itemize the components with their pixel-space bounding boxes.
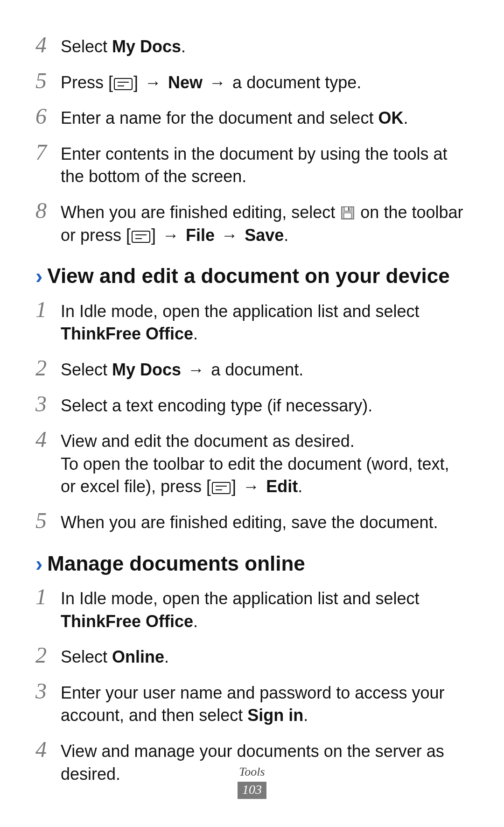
step-item: 2Select Online. [35, 643, 467, 669]
step-item: 4Select My Docs. [35, 33, 467, 58]
svg-rect-10 [212, 482, 230, 494]
section-title: View and edit a document on your device [47, 264, 449, 288]
step-item: 5Press [] → New → a document type. [35, 69, 467, 94]
step-text: Select My Docs. [61, 33, 467, 58]
step-item: 1In Idle mode, open the application list… [35, 297, 467, 346]
step-text: In Idle mode, open the application list … [61, 297, 467, 346]
step-number: 1 [35, 297, 61, 321]
step-number: 3 [35, 679, 61, 702]
view-edit-steps-list: 1In Idle mode, open the application list… [35, 297, 467, 534]
step-item: 4View and edit the document as desired.T… [35, 427, 467, 498]
page-number-badge: 103 [238, 782, 266, 799]
step-number: 5 [35, 509, 61, 532]
step-text: Enter contents in the document by using … [61, 140, 467, 188]
step-number: 8 [35, 198, 61, 222]
step-number: 7 [35, 140, 61, 163]
menu-icon [114, 78, 133, 90]
step-text: Enter a name for the document and select… [61, 104, 467, 130]
section-heading-view-edit: › View and edit a document on your devic… [35, 264, 467, 288]
step-item: 2Select My Docs → a document. [35, 356, 467, 382]
step-text: Press [] → New → a document type. [61, 69, 467, 94]
step-number: 4 [35, 427, 61, 451]
svg-rect-4 [344, 207, 351, 211]
step-item: 3Enter your user name and password to ac… [35, 679, 467, 727]
save-icon [341, 206, 355, 220]
svg-rect-7 [132, 231, 150, 242]
svg-rect-0 [114, 78, 132, 90]
section-title: Manage documents online [47, 552, 305, 576]
step-item: 3Select a text encoding type (if necessa… [35, 392, 467, 417]
footer-section-label: Tools [0, 765, 504, 779]
step-number: 1 [35, 585, 61, 608]
svg-rect-5 [348, 207, 350, 211]
step-text: View and edit the document as desired.To… [61, 427, 467, 498]
menu-icon [132, 231, 150, 243]
step-item: 7Enter contents in the document by using… [35, 140, 467, 188]
step-number: 2 [35, 643, 61, 666]
section-heading-manage-online: › Manage documents online [35, 552, 467, 576]
chevron-icon: › [35, 553, 42, 574]
step-item: 5When you are finished editing, save the… [35, 509, 467, 534]
svg-rect-6 [344, 213, 351, 219]
step-text: In Idle mode, open the application list … [61, 585, 467, 633]
page-footer: Tools 103 [0, 765, 504, 799]
step-text: Select My Docs → a document. [61, 356, 467, 382]
initial-steps-list: 4Select My Docs.5Press [] → New → a docu… [35, 33, 467, 247]
step-number: 2 [35, 356, 61, 379]
step-item: 1In Idle mode, open the application list… [35, 585, 467, 633]
step-number: 4 [35, 33, 61, 56]
step-text: Select a text encoding type (if necessar… [61, 392, 467, 417]
step-number: 4 [35, 737, 61, 761]
step-number: 5 [35, 69, 61, 92]
step-number: 3 [35, 392, 61, 415]
manage-online-steps-list: 1In Idle mode, open the application list… [35, 585, 467, 785]
step-text: When you are finished editing, save the … [61, 509, 467, 534]
menu-icon [212, 482, 231, 494]
step-item: 8When you are finished editing, select o… [35, 198, 467, 247]
step-text: Enter your user name and password to acc… [61, 679, 467, 727]
chevron-icon: › [35, 265, 42, 287]
step-item: 6Enter a name for the document and selec… [35, 104, 467, 130]
step-text: Select Online. [61, 643, 467, 669]
step-number: 6 [35, 104, 61, 127]
step-text: When you are finished editing, select on… [61, 198, 467, 247]
